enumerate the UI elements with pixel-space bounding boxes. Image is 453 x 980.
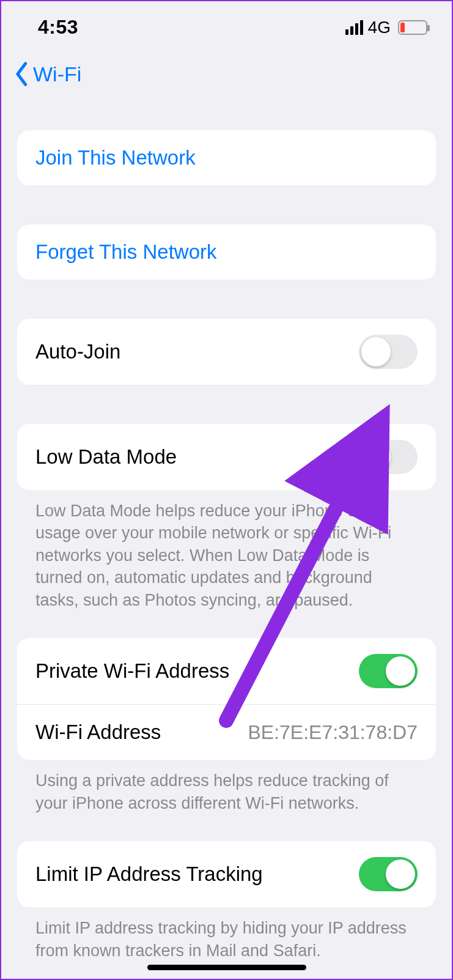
- forget-network-row[interactable]: Forget This Network: [17, 225, 436, 280]
- limit-ip-footer: Limit IP address tracking by hiding your…: [17, 907, 436, 962]
- signal-icon: [345, 20, 363, 35]
- status-bar: 4:53 4G: [1, 1, 452, 45]
- limit-ip-label: Limit IP Address Tracking: [35, 863, 263, 886]
- private-wifi-label: Private Wi-Fi Address: [35, 659, 229, 683]
- nav-back[interactable]: Wi-Fi: [1, 45, 452, 91]
- nav-back-label: Wi-Fi: [33, 62, 81, 86]
- low-data-mode-toggle[interactable]: [359, 440, 418, 474]
- wifi-address-label: Wi-Fi Address: [35, 721, 161, 744]
- private-wifi-toggle[interactable]: [359, 654, 418, 688]
- join-network-row[interactable]: Join This Network: [17, 130, 436, 185]
- auto-join-label: Auto-Join: [35, 340, 120, 363]
- battery-icon: [398, 20, 427, 35]
- home-indicator: [147, 965, 306, 970]
- wifi-address-row: Wi-Fi Address BE:7E:E7:31:78:D7: [17, 704, 436, 760]
- auto-join-row: Auto-Join: [17, 319, 436, 385]
- chevron-left-icon: [13, 62, 31, 86]
- limit-ip-toggle[interactable]: [359, 857, 418, 891]
- forget-network-label: Forget This Network: [35, 240, 216, 264]
- join-network-label: Join This Network: [35, 146, 196, 169]
- auto-join-toggle[interactable]: [359, 335, 418, 369]
- wifi-address-value: BE:7E:E7:31:78:D7: [248, 721, 418, 744]
- low-data-mode-label: Low Data Mode: [35, 445, 177, 469]
- status-time: 4:53: [38, 16, 78, 39]
- network-label: 4G: [368, 18, 391, 37]
- private-wifi-row: Private Wi-Fi Address: [17, 638, 436, 704]
- limit-ip-row: Limit IP Address Tracking: [17, 841, 436, 907]
- private-wifi-footer: Using a private address helps reduce tra…: [17, 760, 436, 814]
- low-data-mode-row: Low Data Mode: [17, 424, 436, 490]
- low-data-mode-footer: Low Data Mode helps reduce your iPhone d…: [17, 490, 436, 611]
- status-right: 4G: [345, 18, 427, 37]
